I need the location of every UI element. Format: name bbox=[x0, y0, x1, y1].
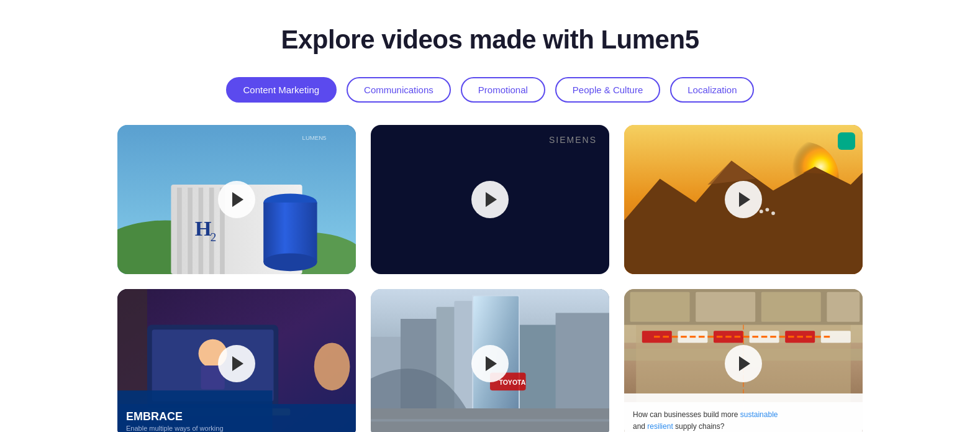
play-button-city[interactable] bbox=[471, 345, 509, 382]
video-card-supply[interactable]: How can businesses build more sustainabl… bbox=[624, 289, 863, 432]
svg-rect-56 bbox=[630, 292, 690, 322]
play-button-mountain[interactable] bbox=[725, 181, 762, 218]
embrace-overlay: EMBRACE Enable multiple ways of working bbox=[117, 404, 356, 432]
tab-communications[interactable]: Communications bbox=[347, 77, 451, 103]
page-container: Explore videos made with Lumen5 Content … bbox=[0, 0, 980, 432]
video-card-city[interactable]: TOYOTA bbox=[371, 289, 609, 432]
svg-rect-5 bbox=[188, 188, 193, 274]
page-title: Explore videos made with Lumen5 bbox=[281, 25, 699, 55]
supply-overlay: How can businesses build more sustainabl… bbox=[624, 402, 863, 432]
video-card-embrace[interactable]: EMBRACE Enable multiple ways of working bbox=[117, 289, 356, 432]
svg-point-20 bbox=[760, 209, 763, 213]
play-button-supply[interactable] bbox=[725, 345, 762, 382]
supply-chain-text: How can businesses build more sustainabl… bbox=[633, 410, 778, 431]
play-button-siemens[interactable] bbox=[471, 181, 509, 218]
svg-text:TOYOTA: TOYOTA bbox=[499, 379, 525, 386]
filter-tabs: Content Marketing Communications Promoti… bbox=[226, 77, 755, 103]
tab-people-culture[interactable]: People & Culture bbox=[555, 77, 660, 103]
supply-link-sustainable: sustainable bbox=[740, 410, 778, 419]
svg-rect-4 bbox=[177, 188, 182, 274]
svg-rect-59 bbox=[827, 292, 860, 322]
tab-localization[interactable]: Localization bbox=[670, 77, 754, 103]
siemens-logo-text: SIEMENS bbox=[549, 135, 597, 145]
mountain-badge bbox=[838, 132, 855, 150]
svg-rect-58 bbox=[761, 292, 821, 322]
svg-text:H: H bbox=[195, 216, 212, 240]
tab-promotional[interactable]: Promotional bbox=[461, 77, 545, 103]
svg-point-11 bbox=[263, 253, 317, 271]
embrace-subtitle: Enable multiple ways of working bbox=[126, 425, 347, 432]
video-grid: H 2 LUMEN5 SIEMENS bbox=[117, 125, 863, 432]
svg-point-21 bbox=[766, 208, 769, 211]
video-card-mountain[interactable] bbox=[624, 125, 863, 274]
video-card-h2[interactable]: H 2 LUMEN5 bbox=[117, 125, 356, 274]
tab-content-marketing[interactable]: Content Marketing bbox=[226, 77, 337, 103]
embrace-title: EMBRACE bbox=[126, 410, 347, 423]
svg-point-22 bbox=[771, 211, 775, 215]
svg-rect-42 bbox=[371, 419, 609, 421]
video-card-siemens[interactable]: SIEMENS bbox=[371, 125, 609, 274]
svg-point-30 bbox=[314, 342, 350, 390]
play-button-h2[interactable] bbox=[218, 181, 255, 218]
svg-text:2: 2 bbox=[211, 231, 217, 244]
svg-rect-57 bbox=[696, 292, 755, 322]
supply-link-resilient: resilient bbox=[647, 422, 673, 431]
play-button-embrace[interactable] bbox=[218, 345, 255, 382]
svg-text:LUMEN5: LUMEN5 bbox=[302, 134, 327, 141]
